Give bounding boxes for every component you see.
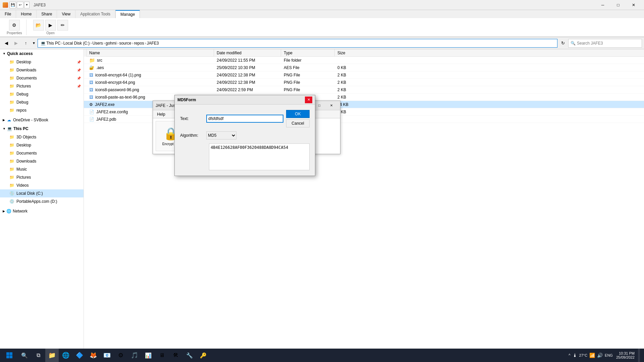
- sidebar-item-desktop-pinned[interactable]: 📁 Desktop 📌: [0, 58, 84, 66]
- label: Downloads: [16, 159, 36, 164]
- sidebar-item-portableapps[interactable]: 💿 PortableApps.com (D:): [0, 197, 84, 205]
- search-input[interactable]: [577, 41, 640, 46]
- sidebar-onedrive[interactable]: ▶ ☁ OneDrive - SVBook: [0, 116, 84, 124]
- dialog-text-row: Text: OK Cancel: [180, 110, 310, 127]
- col-header-size[interactable]: Size: [335, 49, 368, 56]
- file-row[interactable]: 🖼 icons8-encrypt-64 (1).png 24/09/2022 1…: [84, 71, 644, 79]
- chevron-down-icon: ▼: [3, 127, 6, 130]
- sidebar-item-local-disk[interactable]: 💿 Local Disk (C:): [0, 189, 84, 197]
- breadcrumb-this-pc: This PC: [46, 41, 61, 46]
- sidebar-item-pictures-pinned[interactable]: 📁 Pictures 📌: [0, 82, 84, 90]
- start-btn[interactable]: [1, 349, 17, 362]
- taskbar-firefox[interactable]: 🦊: [87, 349, 100, 362]
- taskbar-edge[interactable]: 🔷: [73, 349, 86, 362]
- close-btn[interactable]: ✕: [626, 0, 641, 10]
- file-row[interactable]: 🖼 icons8-password-96.png 24/09/2022 2:59…: [84, 86, 644, 94]
- taskbar-btn9[interactable]: 🖥: [155, 349, 169, 362]
- dialog-ok-btn[interactable]: OK: [286, 110, 310, 118]
- sidebar-item-debug1[interactable]: 📁 Debug: [0, 90, 84, 98]
- sidebar-network[interactable]: ▶ 🌐 Network: [0, 207, 84, 216]
- dialog-close-btn[interactable]: ✕: [305, 97, 312, 103]
- dialog-text-input[interactable]: [206, 115, 283, 123]
- breadcrumb-sep4: ›: [117, 41, 118, 46]
- dialog-hash-output[interactable]: 4B4E126628AF00F3620488DA8D94CA54: [209, 143, 310, 170]
- file-name: src: [97, 58, 102, 63]
- sidebar-item-videos[interactable]: 📁 Videos: [0, 181, 84, 189]
- save-btn[interactable]: 💾: [9, 2, 16, 8]
- dialog-title-text: MD5Form: [177, 98, 196, 102]
- taskbar-btn7[interactable]: 🎵: [128, 349, 141, 362]
- ribbon-btn-run[interactable]: ▶: [45, 20, 56, 31]
- file-row[interactable]: 🖼 icons8-paste-as-text-96.png 24/09/2022…: [84, 94, 644, 101]
- refresh-btn[interactable]: ↻: [558, 39, 567, 48]
- tray-area: ^ 🌡 27°C 📶 🔊 ENG 10:31 PM 25/09/2022: [566, 349, 643, 362]
- file-row[interactable]: 🖼 icons8-encrypt-64.png 24/09/2022 12:38…: [84, 79, 644, 86]
- tab-application-tools[interactable]: Application Tools: [75, 10, 115, 18]
- breadcrumb-sep6: ›: [145, 41, 146, 46]
- down-arrow-btn[interactable]: ▼: [24, 2, 30, 8]
- taskbar-btn6[interactable]: ⚙: [114, 349, 127, 362]
- file-row[interactable]: 🔐 .aes 25/09/2022 10:30 PM AES File 0 KB: [84, 64, 644, 71]
- breadcrumb-users: Users: [92, 41, 103, 46]
- pin-icon: 📌: [77, 60, 81, 64]
- file-date: 24/09/2022 2:59 PM: [214, 87, 281, 92]
- task-view-btn[interactable]: ⧉: [32, 349, 45, 362]
- taskbar-explorer[interactable]: 📁: [45, 349, 59, 362]
- ribbon-btn-edit[interactable]: ✏: [57, 20, 68, 31]
- taskbar-btn5[interactable]: 📧: [100, 349, 114, 362]
- recent-locations-btn[interactable]: ▼: [31, 39, 37, 48]
- tray-show-hidden[interactable]: ^: [569, 353, 571, 358]
- sidebar-item-music[interactable]: 📁 Music: [0, 165, 84, 173]
- maximize-btn[interactable]: □: [610, 0, 626, 10]
- taskbar-btn10[interactable]: 🛠: [169, 349, 182, 362]
- label: PortableApps.com (D:): [16, 199, 57, 204]
- taskbar-chrome[interactable]: 🌐: [59, 349, 72, 362]
- onedrive-label: OneDrive - SVBook: [13, 118, 48, 122]
- tab-share[interactable]: Share: [37, 10, 57, 18]
- breadcrumb[interactable]: 💻 This PC › Local Disk (C:) › Users › go…: [38, 39, 557, 48]
- sidebar-item-downloads-pc[interactable]: 📁 Downloads: [0, 157, 84, 165]
- taskbar-btn8[interactable]: 📊: [142, 349, 155, 362]
- window-controls: ─ □ ✕: [595, 0, 641, 10]
- sidebar-item-debug2[interactable]: 📁 Debug: [0, 98, 84, 106]
- taskbar-clock[interactable]: 10:31 PM 25/09/2022: [615, 351, 636, 359]
- taskbar-btn11[interactable]: 🔧: [183, 349, 196, 362]
- sidebar-this-pc-header[interactable]: ▼ 💻 This PC: [0, 124, 84, 133]
- back-btn[interactable]: ◀: [2, 39, 11, 48]
- ribbon-btn-properties[interactable]: ⚙: [9, 20, 20, 31]
- app-close-btn[interactable]: ✕: [325, 101, 337, 110]
- dialog-cancel-btn[interactable]: Cancel: [286, 119, 310, 127]
- manage-tab-active[interactable]: Manage: [115, 10, 140, 18]
- col-header-type[interactable]: Type: [281, 49, 335, 56]
- dialog-algorithm-select[interactable]: MD5 SHA1 SHA256: [206, 131, 236, 139]
- file-row[interactable]: 📁 src 24/09/2022 11:55 PM File folder: [84, 57, 644, 64]
- show-desktop-btn[interactable]: [638, 349, 640, 362]
- column-headers: Name Date modified Type Size: [84, 49, 644, 57]
- minimize-btn[interactable]: ─: [595, 0, 610, 10]
- sidebar-quick-access-header[interactable]: ▼ Quick access: [0, 49, 84, 58]
- sidebar-label-pictures: Pictures: [16, 84, 31, 88]
- sidebar-item-pictures-pc[interactable]: 📁 Pictures: [0, 173, 84, 181]
- search-taskbar-btn[interactable]: 🔍: [18, 349, 31, 362]
- ribbon-btn-open[interactable]: 📂: [33, 20, 44, 31]
- undo-btn[interactable]: ↩: [17, 2, 23, 8]
- sidebar-item-desktop-pc[interactable]: 📁 Desktop: [0, 141, 84, 149]
- dialog-title-bar: MD5Form ✕: [175, 95, 315, 105]
- drive-icon: 💿: [9, 199, 14, 204]
- tab-view[interactable]: View: [57, 10, 75, 18]
- sidebar-item-documents-pinned[interactable]: 📁 Documents 📌: [0, 74, 84, 82]
- sidebar-item-documents-pc[interactable]: 📁 Documents: [0, 149, 84, 157]
- exe-icon: ⚙: [89, 102, 93, 107]
- taskbar-btn12[interactable]: 🔑: [197, 349, 210, 362]
- sidebar-item-repos[interactable]: 📁 repos: [0, 106, 84, 114]
- forward-btn[interactable]: ▶: [12, 39, 20, 48]
- tab-home[interactable]: Home: [16, 10, 37, 18]
- col-header-date[interactable]: Date modified: [214, 49, 281, 56]
- tab-file[interactable]: File: [0, 10, 16, 18]
- sidebar-item-3dobjects[interactable]: 📁 3D Objects: [0, 133, 84, 141]
- up-btn[interactable]: ↑: [21, 39, 30, 48]
- sidebar-item-downloads-pinned[interactable]: 📁 Downloads 📌: [0, 66, 84, 74]
- col-header-name[interactable]: Name: [87, 49, 214, 56]
- file-size: 2 KB: [335, 87, 368, 92]
- app-menu-help[interactable]: Help: [154, 111, 168, 118]
